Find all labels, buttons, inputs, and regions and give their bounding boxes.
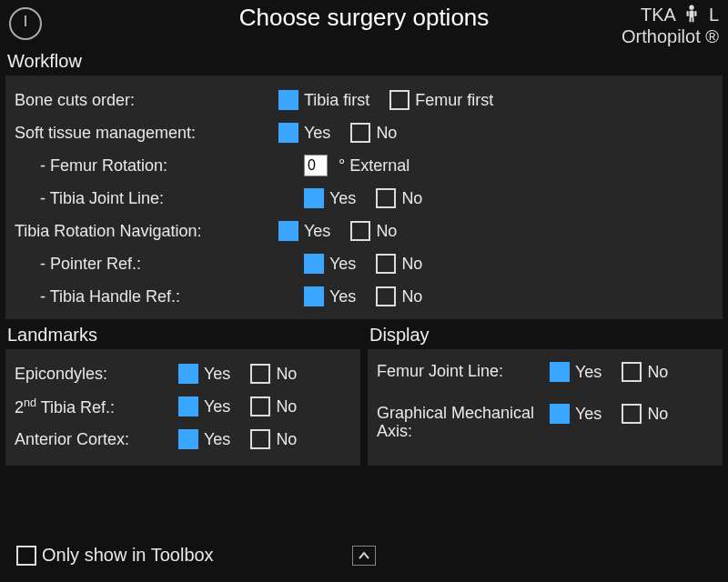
svg-rect-4 — [690, 17, 692, 23]
checkbox-icon — [178, 396, 198, 416]
footer: Only show in Toolbox — [16, 545, 712, 566]
femur-rotation-label: - Femur Rotation: — [15, 156, 304, 176]
pointer-yes[interactable]: Yes — [304, 254, 356, 274]
side-label: L — [709, 5, 719, 25]
tjl-yes[interactable]: Yes — [304, 188, 356, 208]
gma-yes[interactable]: Yes — [550, 404, 602, 424]
row-gma: Graphical Mechanical Axis: Yes No — [377, 400, 713, 440]
row-pointer: - Pointer Ref.: Yes No — [15, 248, 713, 279]
bone-cuts-tibia-first[interactable]: Tibia first — [278, 90, 369, 110]
checkbox-icon — [304, 188, 324, 208]
checkbox-icon — [178, 364, 198, 384]
stm-yes[interactable]: Yes — [278, 123, 330, 143]
checkbox-icon — [350, 221, 370, 241]
checkbox-icon — [278, 221, 298, 241]
handle-label: - Tibia Handle Ref.: — [15, 287, 304, 306]
trn-no[interactable]: No — [350, 221, 397, 241]
row-epicondyles: Epicondyles: Yes No — [15, 358, 351, 389]
row-bone-cuts: Bone cuts order: Tibia first Femur first — [15, 85, 713, 115]
bone-cuts-femur-first[interactable]: Femur first — [389, 90, 493, 110]
svg-rect-1 — [690, 11, 694, 18]
row-trn: Tibia Rotation Navigation: Yes No — [15, 216, 713, 246]
epicondyles-yes[interactable]: Yes — [178, 364, 230, 384]
gma-no[interactable]: No — [622, 404, 668, 424]
checkbox-icon — [376, 286, 396, 306]
header: Choose surgery options TKA L Orthopilot … — [0, 0, 728, 51]
display-heading: Display — [368, 325, 723, 349]
person-icon — [685, 5, 703, 25]
system-label: Orthopilot ® — [622, 25, 719, 47]
tjl-no[interactable]: No — [376, 188, 422, 208]
checkbox-icon — [550, 362, 570, 382]
procedure-label: TKA — [641, 5, 675, 25]
checkbox-icon — [250, 429, 270, 449]
svg-rect-3 — [695, 11, 697, 16]
row-second-tibia: 2nd Tibia Ref.: Yes No — [15, 391, 351, 422]
femur-rotation-suffix: ° External — [339, 156, 410, 176]
pointer-no[interactable]: No — [376, 254, 422, 274]
second-tibia-label: 2nd Tibia Ref.: — [15, 396, 178, 417]
checkbox-icon — [16, 546, 36, 566]
svg-rect-2 — [687, 11, 689, 16]
expand-button[interactable] — [352, 546, 376, 566]
row-femur-rotation: - Femur Rotation: ° External — [15, 150, 713, 181]
femur-rotation-input[interactable] — [304, 155, 328, 176]
handle-no[interactable]: No — [376, 286, 422, 306]
bone-cuts-label: Bone cuts order: — [15, 91, 278, 110]
workflow-panel: Bone cuts order: Tibia first Femur first… — [5, 75, 723, 319]
checkbox-icon — [389, 90, 410, 110]
checkbox-icon — [250, 364, 270, 384]
stm-label: Soft tissue management: — [15, 124, 278, 143]
tjl-label: - Tibia Joint Line: — [15, 189, 304, 208]
ant-cortex-yes[interactable]: Yes — [178, 429, 230, 449]
checkbox-icon — [622, 362, 642, 382]
checkbox-icon — [278, 123, 298, 143]
landmarks-panel: Epicondyles: Yes No 2nd Tibia Ref.: — [5, 349, 360, 466]
ant-cortex-no[interactable]: No — [250, 429, 297, 449]
checkbox-icon — [278, 90, 298, 110]
checkbox-icon — [376, 188, 396, 208]
checkbox-icon — [178, 429, 198, 449]
row-tjl: - Tibia Joint Line: Yes No — [15, 183, 713, 214]
chevron-up-icon — [358, 551, 370, 560]
stm-no[interactable]: No — [350, 123, 397, 143]
pointer-label: - Pointer Ref.: — [15, 255, 304, 274]
checkbox-icon — [376, 254, 396, 274]
checkbox-icon — [622, 404, 642, 424]
fjl-no[interactable]: No — [622, 362, 668, 382]
power-button[interactable] — [9, 7, 42, 40]
workflow-heading: Workflow — [0, 51, 728, 75]
epicondyles-label: Epicondyles: — [15, 365, 178, 384]
checkbox-icon — [550, 404, 570, 424]
landmarks-heading: Landmarks — [5, 325, 360, 349]
ant-cortex-label: Anterior Cortex: — [15, 430, 178, 449]
checkbox-icon — [304, 286, 324, 306]
power-icon — [25, 15, 26, 26]
display-panel: Femur Joint Line: Yes No Graphical Mech — [368, 349, 723, 466]
trn-label: Tibia Rotation Navigation: — [15, 222, 278, 241]
checkbox-icon — [250, 396, 270, 416]
gma-label: Graphical Mechanical Axis: — [377, 404, 550, 440]
epicondyles-no[interactable]: No — [250, 364, 297, 384]
header-right: TKA L Orthopilot ® — [622, 4, 719, 47]
only-show-toolbox[interactable]: Only show in Toolbox — [16, 545, 214, 566]
svg-point-0 — [690, 5, 694, 10]
checkbox-icon — [350, 123, 370, 143]
handle-yes[interactable]: Yes — [304, 286, 356, 306]
row-ant-cortex: Anterior Cortex: Yes No — [15, 424, 351, 455]
fjl-label: Femur Joint Line: — [377, 362, 550, 380]
fjl-yes[interactable]: Yes — [550, 362, 602, 382]
svg-rect-5 — [693, 17, 694, 23]
page-title: Choose surgery options — [239, 4, 490, 32]
row-fjl: Femur Joint Line: Yes No — [377, 358, 713, 398]
row-handle: - Tibia Handle Ref.: Yes No — [15, 281, 713, 312]
second-tibia-no[interactable]: No — [250, 396, 297, 416]
second-tibia-yes[interactable]: Yes — [178, 396, 230, 416]
checkbox-icon — [304, 254, 324, 274]
row-stm: Soft tissue management: Yes No — [15, 117, 713, 148]
trn-yes[interactable]: Yes — [278, 221, 330, 241]
